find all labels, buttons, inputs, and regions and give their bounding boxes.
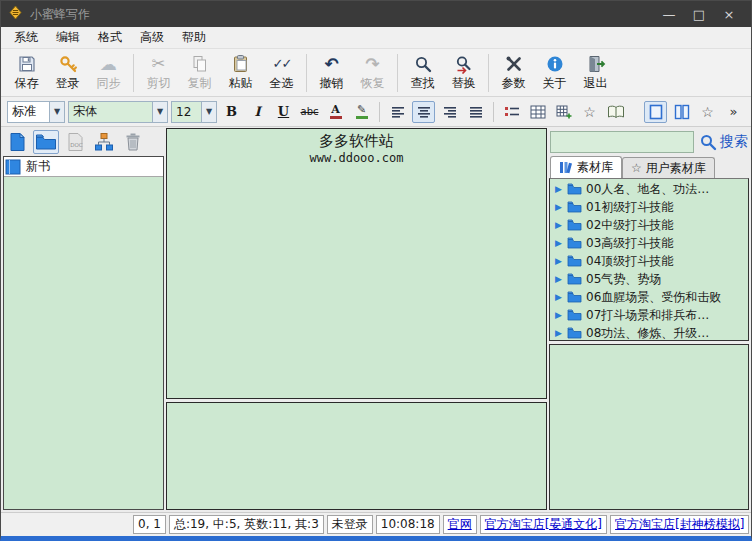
align-center-icon (416, 105, 432, 119)
folder-icon (567, 219, 582, 231)
material-folder-row[interactable]: ▶ 06血腥场景、受伤和击败 (550, 288, 748, 306)
expand-triangle-icon[interactable]: ▶ (555, 220, 563, 230)
material-folder-row[interactable]: ▶ 00人名、地名、功法… (550, 180, 748, 198)
single-page-view-button[interactable] (644, 101, 667, 123)
material-folder-row[interactable]: ▶ 02中级打斗技能 (550, 216, 748, 234)
toolbar-separator (133, 54, 134, 92)
align-center-button[interactable] (412, 101, 435, 123)
paragraph-style-combo[interactable]: 标准 ▼ (7, 101, 65, 123)
params-button[interactable]: 参数 (493, 51, 534, 95)
font-size-combo[interactable]: 12 ▼ (171, 101, 217, 123)
expand-triangle-icon[interactable]: ▶ (555, 310, 563, 320)
italic-button[interactable]: I (246, 101, 269, 123)
maximize-button[interactable]: □ (684, 1, 714, 27)
chevron-down-icon[interactable]: ▼ (152, 102, 167, 122)
menu-help[interactable]: 帮助 (173, 27, 215, 48)
official-site-link[interactable]: 官网 (443, 515, 477, 534)
main-editor[interactable]: 多多软件站 www.ddooo.com (166, 128, 547, 399)
align-right-button[interactable] (438, 101, 461, 123)
exit-button[interactable]: 退出 (575, 51, 616, 95)
redo-label: 恢复 (361, 75, 385, 92)
material-folder-row[interactable]: ▶ 05气势、势场 (550, 270, 748, 288)
tab-user-material-library[interactable]: ☆ 用户素材库 (622, 157, 715, 178)
read-mode-button[interactable] (604, 101, 627, 123)
about-button[interactable]: 关于 (534, 51, 575, 95)
open-book-button[interactable] (33, 130, 59, 154)
exit-label: 退出 (584, 75, 608, 92)
align-left-button[interactable] (386, 101, 409, 123)
expand-triangle-icon[interactable]: ▶ (555, 184, 563, 194)
replace-button[interactable]: 替换 (443, 51, 484, 95)
material-folder-label: 08功法、修炼、升级… (586, 325, 709, 342)
expand-triangle-icon[interactable]: ▶ (555, 238, 563, 248)
page-view-icon (649, 104, 663, 120)
material-folder-row[interactable]: ▶ 07打斗场景和排兵布… (550, 306, 748, 324)
bullet-list-button[interactable] (500, 101, 523, 123)
toolbar-separator (488, 54, 489, 92)
expand-triangle-icon[interactable]: ▶ (555, 328, 563, 338)
material-folder-row[interactable]: ▶ 01初级打斗技能 (550, 198, 748, 216)
sync-cloud-icon: ☁ (100, 53, 117, 74)
menu-format[interactable]: 格式 (89, 27, 131, 48)
sync-button: ☁ 同步 (88, 51, 129, 95)
close-button[interactable]: × (714, 1, 744, 27)
insert-table-button[interactable] (526, 101, 549, 123)
delete-book-button[interactable] (120, 130, 146, 154)
chapter-tree-button[interactable] (91, 130, 117, 154)
menu-system[interactable]: 系统 (5, 27, 47, 48)
save-button[interactable]: 保存 (6, 51, 47, 95)
underline-button[interactable]: U (272, 101, 295, 123)
params-tools-icon (504, 53, 524, 74)
favorite-view-button[interactable]: ☆ (696, 101, 719, 123)
titlebar: 小蜜蜂写作 — □ × (1, 1, 751, 27)
strikethrough-button[interactable]: abc (298, 101, 321, 123)
highlight-button[interactable]: ✎ (350, 101, 373, 123)
font-family-combo[interactable]: 宋体 ▼ (68, 101, 168, 123)
material-folder-row[interactable]: ▶ 08功法、修炼、升级… (550, 324, 748, 341)
app-window: 小蜜蜂写作 — □ × 系统 编辑 格式 高级 帮助 保存 登录 ☁ 同步 (0, 0, 752, 541)
symbol-grid-icon (556, 105, 572, 119)
insert-symbol-button[interactable] (552, 101, 575, 123)
tab-material-library[interactable]: 素材库 (550, 156, 622, 178)
login-button[interactable]: 登录 (47, 51, 88, 95)
paste-button[interactable]: 粘贴 (220, 51, 261, 95)
notes-editor[interactable] (166, 402, 547, 510)
font-color-swatch (330, 116, 342, 119)
new-book-button[interactable] (4, 130, 30, 154)
expand-triangle-icon[interactable]: ▶ (555, 274, 563, 284)
material-folder-row[interactable]: ▶ 03高级打斗技能 (550, 234, 748, 252)
about-info-icon (545, 53, 565, 74)
undo-button[interactable]: ↶ 撤销 (311, 51, 352, 95)
material-search-input[interactable] (550, 131, 694, 153)
two-column-view-button[interactable] (670, 101, 693, 123)
taobao-store-link-2[interactable]: 官方淘宝店[封神榜模拟] (610, 515, 749, 534)
app-logo-icon (8, 5, 23, 23)
favorite-button[interactable]: ☆ (578, 101, 601, 123)
bold-button[interactable]: B (220, 101, 243, 123)
login-key-icon (58, 53, 78, 74)
watermark-title: 多多软件站 (167, 132, 546, 151)
align-justify-button[interactable] (464, 101, 487, 123)
material-preview-panel[interactable] (549, 344, 749, 510)
expand-triangle-icon[interactable]: ▶ (555, 292, 563, 302)
menu-advanced[interactable]: 高级 (131, 27, 173, 48)
undo-arrow-icon: ↶ (324, 53, 338, 74)
book-list-item[interactable]: 新书 (4, 157, 163, 177)
search-button[interactable]: 搜索 (699, 133, 748, 151)
chevron-down-icon[interactable]: ▼ (49, 102, 64, 122)
taobao-store-link-1[interactable]: 官方淘宝店[晏通文化] (480, 515, 607, 534)
select-all-button[interactable]: ✓✓ 全选 (261, 51, 302, 95)
paste-clipboard-icon (231, 53, 251, 74)
expand-triangle-icon[interactable]: ▶ (555, 256, 563, 266)
minimize-button[interactable]: — (654, 1, 684, 27)
copy-button: 复制 (179, 51, 220, 95)
chevron-down-icon[interactable]: ▼ (201, 102, 216, 122)
toolbar-overflow-button[interactable]: » (722, 101, 745, 123)
font-color-button[interactable]: A (324, 101, 347, 123)
folder-icon (567, 273, 582, 285)
menu-edit[interactable]: 编辑 (47, 27, 89, 48)
expand-triangle-icon[interactable]: ▶ (555, 202, 563, 212)
book-panel-toolbar: DOC (3, 128, 164, 156)
find-button[interactable]: 查找 (402, 51, 443, 95)
material-folder-row[interactable]: ▶ 04顶级打斗技能 (550, 252, 748, 270)
